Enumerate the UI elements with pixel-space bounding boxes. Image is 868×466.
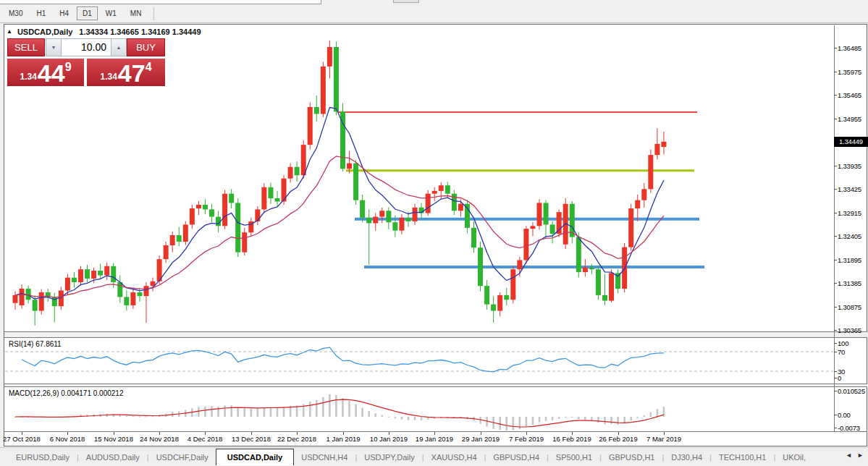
chart-tab-dj30-h4[interactable]: DJ30,H4 bbox=[664, 451, 709, 465]
pane-splitter[interactable] bbox=[4, 332, 867, 337]
sell-price-tile[interactable]: 1.34 44 9 bbox=[7, 59, 84, 86]
candle-body bbox=[164, 245, 169, 259]
tabs-scroll-right-button[interactable]: ► bbox=[857, 452, 864, 459]
macd-histogram-bar bbox=[636, 417, 639, 418]
candle-body bbox=[523, 229, 528, 260]
axis-tick bbox=[834, 378, 837, 378]
toolbar-separator bbox=[153, 7, 154, 20]
macd-histogram-bar bbox=[152, 416, 154, 417]
candle-body bbox=[203, 205, 208, 209]
collapse-triangle-icon[interactable]: ▲ bbox=[7, 28, 12, 35]
macd-histogram-bar bbox=[578, 417, 580, 419]
buy-price-big: 47 bbox=[118, 62, 146, 84]
chart-tab-tech100-h1[interactable]: TECH100,H1 bbox=[712, 451, 773, 465]
macd-histogram-bar bbox=[335, 395, 337, 417]
candle-body bbox=[229, 194, 234, 203]
candle-body bbox=[530, 226, 535, 229]
axis-tick bbox=[834, 415, 837, 415]
candle-body bbox=[78, 269, 83, 282]
macd-histogram-bar bbox=[211, 406, 213, 417]
timeframe-button-m30[interactable]: M30 bbox=[3, 7, 28, 20]
chart-tab-usdchf-daily[interactable]: USDCHF,Daily bbox=[149, 451, 216, 465]
candle-body bbox=[484, 286, 489, 304]
candle-body bbox=[544, 203, 549, 224]
candle-body bbox=[275, 198, 280, 201]
buy-price-tile[interactable]: 1.34 47 4 bbox=[87, 59, 165, 86]
candle-body bbox=[196, 205, 201, 208]
rsi-axis-label: 0 bbox=[838, 374, 868, 382]
macd-histogram-bar bbox=[421, 417, 423, 420]
candle-body bbox=[602, 295, 607, 301]
candle-body bbox=[20, 289, 25, 305]
rsi-indicator-canvas[interactable] bbox=[4, 338, 834, 383]
macd-axis-label: -0.0073 bbox=[838, 424, 868, 432]
macd-indicator-canvas[interactable] bbox=[4, 387, 834, 431]
candle-body bbox=[445, 185, 450, 193]
chart-tab-usdcnh-h4[interactable]: USDCNH,H4 bbox=[294, 451, 355, 465]
candle-body bbox=[242, 232, 247, 252]
timeframe-button-h4[interactable]: H4 bbox=[54, 7, 75, 20]
timeframe-button-w1[interactable]: W1 bbox=[100, 7, 122, 20]
candle-body bbox=[426, 194, 431, 213]
volume-decrease-button[interactable]: ▼ bbox=[46, 38, 62, 56]
macd-histogram-bar bbox=[342, 398, 344, 417]
macd-histogram-bar bbox=[230, 405, 232, 417]
price-axis-label: 1.36485 bbox=[838, 44, 868, 52]
macd-histogram-bar bbox=[146, 416, 148, 417]
buy-button[interactable]: BUY bbox=[127, 38, 165, 56]
macd-histogram-bar bbox=[610, 417, 612, 424]
macd-histogram-bar bbox=[217, 407, 219, 417]
candle-body bbox=[85, 269, 90, 279]
chart-tab-usdjpy-daily[interactable]: USDJPY,Daily bbox=[357, 451, 422, 465]
macd-histogram-bar bbox=[237, 407, 239, 417]
chart-tab-eurusd-daily[interactable]: EURUSD,Daily bbox=[9, 451, 77, 465]
axis-tick bbox=[834, 371, 837, 372]
macd-histogram-bar bbox=[414, 417, 416, 420]
tabs-scroll-left-button[interactable]: ◄ bbox=[846, 452, 852, 459]
candle-body bbox=[13, 295, 18, 303]
candle-body bbox=[392, 222, 397, 230]
macd-histogram-bar bbox=[401, 417, 403, 420]
candle-body bbox=[72, 278, 77, 282]
chart-symbol-label: USDCAD,Daily bbox=[17, 27, 72, 36]
candle-body bbox=[510, 269, 515, 300]
candle-body bbox=[550, 224, 555, 234]
candle-body bbox=[321, 67, 326, 114]
candle-body bbox=[661, 142, 666, 147]
candle-body bbox=[504, 295, 509, 300]
candle-body bbox=[635, 200, 640, 208]
candle-body bbox=[399, 218, 404, 231]
chart-tab-xauusd-h4[interactable]: XAUUSD,H4 bbox=[424, 451, 484, 465]
chart-tab-gbpusd-h4[interactable]: GBPUSD,H4 bbox=[486, 451, 547, 465]
macd-histogram-bar bbox=[552, 417, 554, 420]
axis-tick bbox=[834, 119, 837, 119]
timeframe-button-mn[interactable]: MN bbox=[125, 7, 148, 20]
candle-body bbox=[268, 187, 273, 198]
chart-tab-sp500-h1[interactable]: SP500,H1 bbox=[549, 451, 599, 465]
chart-tab-gbpusd-h1[interactable]: GBPUSD,H1 bbox=[602, 451, 662, 465]
chart-tab-usdcad-daily[interactable]: USDCAD,Daily bbox=[216, 449, 294, 465]
candle-body bbox=[347, 164, 352, 169]
candle-body bbox=[261, 187, 266, 210]
macd-histogram-bar bbox=[126, 416, 128, 417]
volume-spinner: ▼ 10.00 ▲ bbox=[46, 38, 127, 56]
axis-tick bbox=[834, 72, 837, 72]
date-axis-label: 7 Mar 2019 bbox=[635, 435, 693, 443]
chart-ohlc-values: 1.34334 1.34665 1.34169 1.34449 bbox=[79, 27, 201, 36]
chart-tab-audusd-daily[interactable]: AUDUSD,Daily bbox=[79, 451, 147, 465]
rsi-axis-label: 100 bbox=[838, 339, 868, 347]
sell-price-big: 44 bbox=[38, 62, 65, 84]
candle-body bbox=[583, 268, 588, 272]
volume-input[interactable]: 10.00 bbox=[62, 38, 111, 56]
macd-histogram-bar bbox=[408, 417, 410, 420]
chart-tab-ukoil[interactable]: UKOil, bbox=[775, 451, 813, 465]
timeframe-button-d1[interactable]: D1 bbox=[77, 7, 98, 20]
candle-body bbox=[465, 204, 470, 228]
candle-body bbox=[177, 235, 182, 242]
macd-histogram-bar bbox=[132, 416, 135, 417]
candle-body bbox=[452, 194, 457, 211]
timeframe-button-h1[interactable]: H1 bbox=[30, 7, 51, 20]
macd-histogram-bar bbox=[355, 404, 357, 417]
sell-button[interactable]: SELL bbox=[7, 38, 45, 56]
volume-increase-button[interactable]: ▲ bbox=[111, 38, 127, 56]
